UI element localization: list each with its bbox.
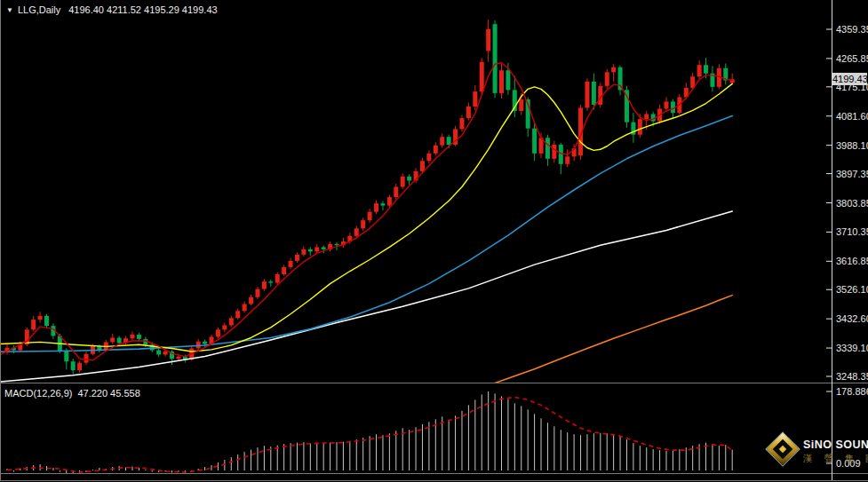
price-axis-label: 3339.10 [836,343,868,353]
price-axis-label: 3432.60 [836,313,868,324]
watermark: SiNO SOUND 漢 聲 集 團 [764,432,867,477]
price-axis-label: 3897.35 [836,169,868,179]
symbol-info: ▼LLG,Daily4196.40 4211.52 4195.29 4199.4… [6,4,218,15]
chart-canvas[interactable]: 4359.354265.854175.104081.603988.103897.… [0,0,868,482]
logo-core [779,446,786,453]
symbol-label: LLG,Daily [18,4,60,15]
symbol-dropdown-icon[interactable]: ▼ [6,6,13,14]
price-axis-label: 3803.85 [836,198,868,209]
mt4-chart-window: 4359.354265.854175.104081.603988.103897.… [0,0,868,482]
macd-axis-label: 178.886 [836,386,868,397]
price-axis-label: 3526.10 [836,284,868,295]
macd-title: MACD(12,26,9)47.220 45.558 [4,388,140,399]
watermark-brand-chinese: 漢 聲 集 團 [803,453,868,463]
price-axis-label: 3988.10 [836,140,868,151]
price-axis-label: 3616.85 [836,256,868,266]
sino-sound-logo-icon [767,433,800,466]
price-axis-label: 4265.85 [836,53,868,64]
price-axis-label: 3248.35 [836,371,868,382]
macd-indicator-label: MACD(12,26,9) [4,388,72,399]
macd-current-values: 47.220 45.558 [77,388,139,399]
watermark-text: SiNO SOUND 漢 聲 集 團 [803,439,868,463]
price-axis-label: 3710.35 [836,226,868,237]
symbol-ohlc-values: 4196.40 4211.52 4195.29 4199.43 [68,4,217,15]
price-axis-label: 4359.35 [836,24,868,35]
current-price-label: 4199.43 [832,73,867,85]
chart-background [0,0,868,482]
price-axis-label: 4081.60 [836,111,868,122]
watermark-brand: SiNO SOUND [803,439,868,451]
logo-inner-facet [773,439,793,460]
